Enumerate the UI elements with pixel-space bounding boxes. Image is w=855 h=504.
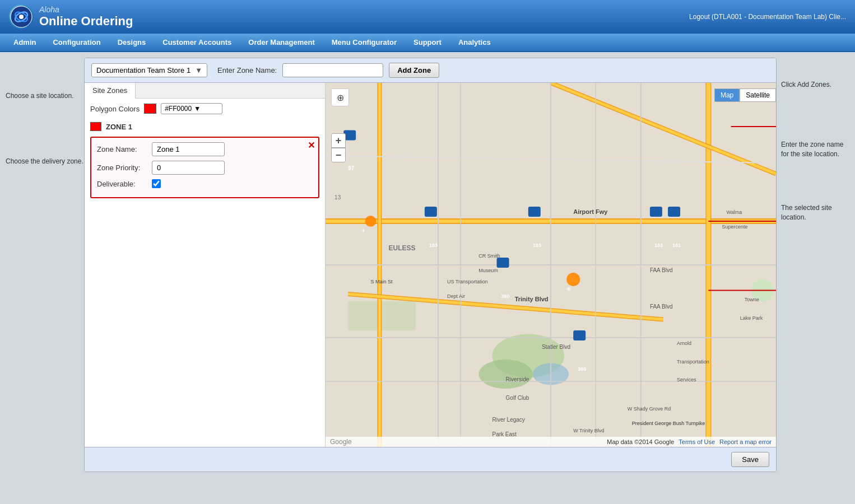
site-select-value: Documentation Team Store 1 bbox=[96, 66, 190, 74]
header-left: Aloha Online Ordering bbox=[9, 4, 133, 29]
polygon-colors-label: Polygon Colors bbox=[90, 105, 140, 113]
map-type-satellite-button[interactable]: Satellite bbox=[740, 88, 776, 102]
svg-text:Lake Park: Lake Park bbox=[740, 315, 763, 321]
svg-rect-30 bbox=[528, 207, 541, 217]
dropdown-arrow-icon: ▼ bbox=[195, 66, 202, 74]
add-zone-button[interactable]: Add Zone bbox=[389, 63, 439, 78]
svg-text:13: 13 bbox=[334, 194, 341, 200]
zone-name-form-label: Zone Name: bbox=[97, 145, 147, 153]
zone-priority-label: Zone Priority: bbox=[97, 164, 147, 172]
svg-rect-36 bbox=[573, 330, 586, 340]
svg-text:S Main St: S Main St bbox=[370, 279, 393, 284]
svg-text:River Legacy: River Legacy bbox=[492, 417, 524, 423]
main-wrapper: Choose a site location. Choose the deliv… bbox=[0, 52, 855, 478]
bottom-bar: Save bbox=[85, 447, 776, 472]
map-data-text: Map data ©2014 Google bbox=[607, 438, 674, 445]
top-bar: Documentation Team Store 1 ▼ Enter Zone … bbox=[85, 58, 776, 83]
zone-config: Polygon Colors #FF0000 ▼ ZONE 1 bbox=[85, 99, 325, 203]
annotation-left: Choose a site location. Choose the deliv… bbox=[6, 58, 84, 472]
nav-menu-configurator[interactable]: Menu Configurator bbox=[324, 34, 405, 51]
report-link[interactable]: Report a map error bbox=[719, 438, 772, 445]
logo-icon bbox=[9, 4, 34, 29]
svg-rect-34 bbox=[497, 258, 509, 268]
deliverable-row: Deliverable: bbox=[97, 179, 313, 188]
tab-site-zones[interactable]: Site Zones bbox=[85, 83, 136, 99]
svg-text:W Shady Grove Rd: W Shady Grove Rd bbox=[628, 406, 671, 412]
svg-text:W Trinity Blvd: W Trinity Blvd bbox=[573, 428, 604, 433]
svg-text:183: 183 bbox=[533, 242, 541, 248]
header: Aloha Online Ordering Logout (DTLA001 - … bbox=[0, 0, 855, 34]
zoom-in-button[interactable]: + bbox=[331, 133, 346, 148]
svg-text:Riverside: Riverside bbox=[506, 376, 529, 382]
google-logo: Google bbox=[330, 438, 352, 446]
save-button[interactable]: Save bbox=[731, 452, 769, 467]
annotation-choose-site: Choose a site location. bbox=[6, 91, 84, 101]
map-zoom-controls: + − bbox=[331, 133, 346, 162]
zone-name-input[interactable] bbox=[282, 63, 383, 77]
zone-form: ✕ Zone Name: Zone Priority: Deliverable: bbox=[90, 137, 319, 198]
nav-designs[interactable]: Designs bbox=[110, 34, 154, 51]
zone-name-label: Enter Zone Name: bbox=[217, 66, 277, 74]
color-value: #FF0000 bbox=[165, 105, 192, 113]
zone-name-display: ZONE 1 bbox=[106, 123, 132, 131]
svg-text:183: 183 bbox=[654, 242, 663, 248]
svg-rect-38 bbox=[668, 207, 680, 217]
site-select-dropdown[interactable]: Documentation Team Store 1 ▼ bbox=[91, 63, 207, 77]
nav-support[interactable]: Support bbox=[406, 34, 449, 51]
svg-text:⊕: ⊕ bbox=[566, 286, 571, 292]
map-background: 183 183 183 360 360 161 bbox=[326, 83, 776, 447]
color-select-dropdown[interactable]: #FF0000 ▼ bbox=[161, 103, 222, 114]
svg-text:360: 360 bbox=[501, 293, 510, 299]
zone-form-close-button[interactable]: ✕ bbox=[308, 140, 315, 151]
app-name: Online Ordering bbox=[39, 14, 133, 29]
nav-order-management[interactable]: Order Management bbox=[240, 34, 322, 51]
map-type-buttons: Map Satellite bbox=[714, 88, 776, 102]
svg-text:Arnold: Arnold bbox=[677, 340, 691, 346]
annotation-click-add-zones: Click Add Zones. bbox=[781, 80, 849, 90]
app-title: Aloha Online Ordering bbox=[39, 5, 133, 29]
map-footer: Google Map data ©2014 Google Terms of Us… bbox=[326, 437, 776, 447]
svg-text:US Transportation: US Transportation bbox=[447, 279, 488, 284]
left-panel: Site Zones Polygon Colors #FF0000 ▼ bbox=[85, 83, 326, 447]
annotation-right: Click Add Zones. Enter the zone name for… bbox=[777, 58, 849, 472]
annotation-choose-zone: Choose the delivery zone. bbox=[6, 157, 84, 166]
svg-text:President George Bush Turnpike: President George Bush Turnpike bbox=[632, 421, 705, 426]
zone-name-form-input[interactable] bbox=[152, 142, 225, 156]
zone-priority-row: Zone Priority: bbox=[97, 161, 313, 175]
svg-text:Dept Air: Dept Air bbox=[447, 293, 465, 299]
nav-analytics[interactable]: Analytics bbox=[450, 34, 499, 51]
svg-text:97: 97 bbox=[348, 165, 355, 171]
svg-rect-28 bbox=[425, 207, 437, 217]
map-zone-container: Site Zones Polygon Colors #FF0000 ▼ bbox=[85, 83, 776, 447]
polygon-color-swatch bbox=[144, 104, 156, 114]
nav-customer-accounts[interactable]: Customer Accounts bbox=[155, 34, 239, 51]
svg-text:Trinity Blvd: Trinity Blvd bbox=[515, 296, 549, 302]
map-type-map-button[interactable]: Map bbox=[714, 88, 740, 102]
brand-name: Aloha bbox=[39, 5, 133, 14]
annotation-enter-zone-name: Enter the zone name for the site locatio… bbox=[781, 140, 849, 159]
svg-point-3 bbox=[19, 15, 24, 19]
terms-link[interactable]: Terms of Use bbox=[679, 438, 715, 445]
zone-priority-input[interactable] bbox=[152, 161, 225, 175]
tab-bar: Site Zones bbox=[85, 83, 325, 99]
svg-text:183: 183 bbox=[429, 242, 438, 248]
svg-text:Statler Blvd: Statler Blvd bbox=[542, 344, 570, 350]
svg-text:FAA Blvd: FAA Blvd bbox=[650, 304, 673, 310]
svg-text:161: 161 bbox=[672, 242, 681, 248]
map-move-button[interactable]: ⊕ bbox=[331, 88, 349, 106]
deliverable-checkbox[interactable] bbox=[152, 179, 161, 188]
svg-point-48 bbox=[566, 273, 580, 286]
svg-text:CR Smith: CR Smith bbox=[478, 253, 500, 259]
svg-text:360: 360 bbox=[578, 366, 586, 372]
svg-text:Airport Fwy: Airport Fwy bbox=[573, 208, 608, 215]
nav-admin[interactable]: Admin bbox=[6, 34, 44, 51]
nav-configuration[interactable]: Configuration bbox=[45, 34, 108, 51]
svg-text:Walma: Walma bbox=[727, 209, 742, 215]
annotation-selected-site: The selected site location. bbox=[781, 203, 849, 222]
user-info: Logout (DTLA001 - Documentation Team Lab… bbox=[689, 13, 846, 21]
zoom-out-button[interactable]: − bbox=[331, 148, 346, 162]
svg-rect-7 bbox=[348, 301, 416, 330]
svg-text:Supercente: Supercente bbox=[722, 224, 748, 230]
deliverable-label: Deliverable: bbox=[97, 180, 147, 188]
zone-color-indicator bbox=[90, 122, 101, 131]
